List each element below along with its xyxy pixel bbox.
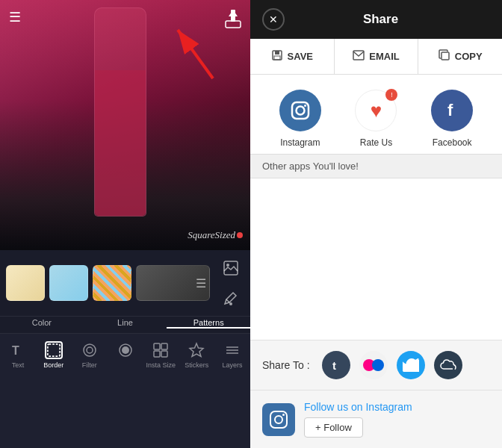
svg-rect-26 [441,52,449,60]
svg-point-13 [122,346,129,354]
tab-line[interactable]: Line [84,318,167,329]
rateus-app[interactable]: ♥ ! Rate Us [355,90,397,148]
svg-point-34 [282,414,285,416]
twitter-button[interactable] [397,351,425,379]
menu-icon[interactable]: ☰ [9,9,21,25]
save-icon [271,49,283,63]
color-swatch[interactable] [6,265,45,301]
photo-area: ☰ SquareSized [0,0,250,250]
save-label: SAVE [288,51,313,62]
svg-rect-32 [270,411,287,428]
save-button[interactable]: SAVE [250,39,335,74]
svg-point-33 [275,416,282,423]
follow-instagram-text: Follow us on Instagram + Follow [304,401,490,438]
nav-instasize[interactable]: Insta Size [143,338,179,372]
copy-icon [439,49,450,63]
nav-stickers[interactable]: Stickers [179,338,214,372]
layers-icon [223,341,241,359]
svg-rect-9 [48,344,60,356]
facebook-app[interactable]: f Facebook [431,90,473,148]
instagram-app[interactable]: Instagram [279,90,321,148]
svg-rect-27 [292,102,309,119]
right-panel: ✕ Share SAVE EMAIL [250,0,502,448]
svg-rect-2 [226,21,241,28]
tab-patterns[interactable]: Patterns [167,318,250,329]
line-swatch[interactable] [49,265,88,301]
bottom-nav: T Text Border [0,333,250,373]
share-to-label: Share To : [262,359,310,371]
nav-layers-label: Layers [223,361,243,369]
svg-line-4 [178,30,213,78]
instagram-follow-row: Follow us on Instagram + Follow [250,390,502,448]
texture-tab-labels: Color Line Patterns [0,317,250,333]
share-actions-row: SAVE EMAIL COPY [250,39,502,75]
nav-instasize-label: Insta Size [146,361,176,369]
share-title: Share [294,12,468,27]
stickers-icon [188,341,205,359]
editor-bottom: ☰ [0,250,250,448]
apps-row: Instagram ♥ ! Rate Us f Facebook [250,75,502,154]
svg-point-7 [229,302,232,305]
svg-rect-15 [161,343,167,349]
nav-border-label: Border [43,361,63,369]
email-button[interactable]: EMAIL [335,39,419,74]
rateus-label: Rate Us [360,137,392,148]
dark-swatch[interactable]: ☰ [136,265,210,301]
svg-rect-17 [161,351,167,357]
close-icon: ✕ [269,13,278,25]
svg-rect-25 [353,51,364,60]
follow-instagram-icon [262,403,295,436]
border-icon [45,341,63,359]
svg-marker-1 [229,10,238,16]
instagram-icon [279,90,321,131]
other-apps-label: Other apps You'll love! [250,154,502,178]
nav-circle[interactable] [108,338,143,372]
svg-text:t: t [332,359,336,372]
nav-filter[interactable]: Filter [72,338,108,372]
nav-text-label: Text [12,361,25,369]
nav-filter-label: Filter [82,361,97,369]
bottle-shape [94,7,146,217]
bottle-liquid [95,70,146,216]
rateus-icon: ♥ ! [355,90,397,131]
svg-text:T: T [12,344,19,357]
instasize-icon [152,341,170,359]
email-label: EMAIL [369,51,399,62]
svg-text:f: f [447,101,453,119]
gallery-icon[interactable] [217,255,244,281]
flickr-button[interactable] [359,351,388,379]
share-to-row: Share To : t [250,340,502,390]
share-icon[interactable] [225,9,241,32]
cloud-button[interactable] [434,351,462,379]
copy-button[interactable]: COPY [418,39,502,74]
filter-icon [81,341,99,359]
swatch-menu-icon: ☰ [196,276,206,290]
dropper-icon[interactable] [217,284,244,311]
svg-point-6 [226,264,229,267]
nav-border[interactable]: Border [36,338,72,372]
pattern-swatch[interactable] [93,265,131,301]
tumblr-button[interactable]: t [322,351,350,379]
svg-marker-18 [190,343,203,357]
svg-point-28 [296,107,304,115]
nav-text[interactable]: T Text [0,338,36,372]
follow-instagram-title: Follow us on Instagram [304,401,490,413]
nav-stickers-label: Stickers [185,361,208,369]
text-icon: T [9,341,27,359]
other-apps-content [250,178,502,340]
texture-swatches-row: ☰ [0,250,250,317]
nav-layers[interactable]: Layers [214,338,250,372]
svg-rect-16 [154,351,160,357]
svg-rect-23 [275,51,279,55]
svg-point-11 [87,347,93,353]
svg-point-10 [84,344,96,356]
share-header: ✕ Share [250,0,502,39]
instagram-label: Instagram [280,137,320,148]
arrow-pointer [157,22,220,89]
close-button[interactable]: ✕ [262,8,285,31]
follow-button[interactable]: + Follow [304,417,363,438]
left-panel: ☰ SquareSized [0,0,250,448]
svg-point-29 [304,105,306,107]
watermark: SquareSized [188,229,243,241]
tab-color[interactable]: Color [0,318,84,329]
